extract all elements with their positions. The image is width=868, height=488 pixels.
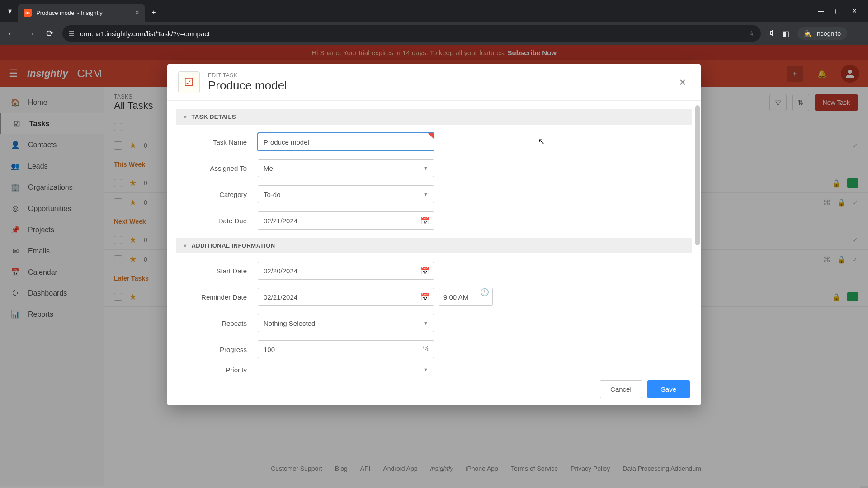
modal-title: Produce model <box>208 79 667 93</box>
favicon: in <box>24 9 32 17</box>
close-icon[interactable]: × <box>675 73 690 91</box>
forward-button[interactable]: → <box>24 27 37 40</box>
label-reminder-date: Reminder Date <box>176 293 258 301</box>
priority-select[interactable]: ▼ <box>258 366 434 373</box>
select-value: Me <box>264 164 273 172</box>
tab-bar: ▾ in Produce model - Insightly × + — ▢ ✕ <box>0 0 868 22</box>
date-due-input[interactable] <box>258 211 434 230</box>
panel-icon[interactable]: ◧ <box>783 29 789 38</box>
repeats-select[interactable]: Nothing Selected ▼ <box>258 314 434 332</box>
task-icon: ☑ <box>178 71 200 93</box>
select-value: To-do <box>264 191 281 198</box>
chevron-down-icon: ▼ <box>423 320 428 326</box>
category-select[interactable]: To-do ▼ <box>258 185 434 203</box>
minimize-icon[interactable]: — <box>818 7 824 14</box>
modal-header: ☑ EDIT TASK Produce model × <box>167 64 701 101</box>
browser-menu-icon[interactable]: ⋮ <box>855 29 863 38</box>
label-start-date: Start Date <box>176 267 258 275</box>
incognito-label: Incognito <box>815 30 841 37</box>
modal-overlay[interactable]: ☑ EDIT TASK Produce model × ▼ TASK DETAI… <box>0 45 868 488</box>
cancel-button[interactable]: Cancel <box>600 380 642 398</box>
new-tab-button[interactable]: + <box>146 5 161 20</box>
section-additional-info[interactable]: ▼ ADDITIONAL INFORMATION <box>176 238 692 253</box>
url-text: crm.na1.insightly.com/list/Task/?v=compa… <box>80 30 743 38</box>
assigned-to-select[interactable]: Me ▼ <box>258 159 434 177</box>
label-priority: Priority <box>176 366 258 373</box>
reload-button[interactable]: ⟳ <box>43 27 56 40</box>
browser-chrome: ▾ in Produce model - Insightly × + — ▢ ✕… <box>0 0 868 45</box>
required-indicator <box>428 133 434 139</box>
reminder-time-input[interactable] <box>439 288 493 306</box>
maximize-icon[interactable]: ▢ <box>835 7 841 14</box>
section-task-details[interactable]: ▼ TASK DETAILS <box>176 109 692 125</box>
section-label: TASK DETAILS <box>191 113 236 120</box>
progress-input[interactable] <box>258 340 434 358</box>
label-category: Category <box>176 191 258 198</box>
address-bar: ← → ⟳ ☰ crm.na1.insightly.com/list/Task/… <box>0 22 868 45</box>
select-value: Nothing Selected <box>264 319 315 327</box>
chevron-down-icon: ▼ <box>183 243 188 249</box>
incognito-badge[interactable]: 🕵 Incognito <box>797 27 847 40</box>
bookmark-icon[interactable]: ☆ <box>749 30 755 37</box>
label-repeats: Repeats <box>176 319 258 327</box>
modal-scrollbar[interactable] <box>695 105 700 245</box>
browser-tab[interactable]: in Produce model - Insightly × <box>18 4 145 22</box>
url-box[interactable]: ☰ crm.na1.insightly.com/list/Task/?v=com… <box>62 25 761 42</box>
start-date-input[interactable] <box>258 262 434 280</box>
modal-subtitle: EDIT TASK <box>208 72 667 79</box>
tab-title: Produce model - Insightly <box>36 9 131 16</box>
edit-task-modal: ☑ EDIT TASK Produce model × ▼ TASK DETAI… <box>167 64 701 405</box>
save-button[interactable]: Save <box>647 380 690 398</box>
close-window-icon[interactable]: ✕ <box>852 7 857 14</box>
media-icon[interactable]: 🎛 <box>767 29 774 38</box>
site-info-icon[interactable]: ☰ <box>69 30 75 37</box>
task-name-input[interactable] <box>258 133 434 151</box>
modal-body: ▼ TASK DETAILS Task Name Assigned To Me <box>167 101 701 373</box>
window-controls: — ▢ ✕ <box>818 7 864 14</box>
chevron-down-icon: ▼ <box>183 114 188 120</box>
chevron-down-icon: ▼ <box>423 165 428 171</box>
section-label: ADDITIONAL INFORMATION <box>191 242 275 249</box>
chevron-down-icon: ▼ <box>423 367 428 372</box>
incognito-icon: 🕵 <box>804 30 811 37</box>
label-task-name: Task Name <box>176 138 258 146</box>
label-date-due: Date Due <box>176 217 258 225</box>
label-assigned-to: Assigned To <box>176 164 258 172</box>
chevron-down-icon: ▼ <box>423 192 428 197</box>
app: Hi Shane. Your trial expires in 14 days.… <box>0 45 868 488</box>
back-button[interactable]: ← <box>5 27 18 40</box>
tab-search-dropdown[interactable]: ▾ <box>4 5 16 17</box>
percent-icon: % <box>423 345 429 353</box>
reminder-date-input[interactable] <box>258 288 434 306</box>
label-progress: Progress <box>176 346 258 353</box>
tab-close-icon[interactable]: × <box>135 9 139 17</box>
modal-footer: Cancel Save <box>167 373 701 405</box>
